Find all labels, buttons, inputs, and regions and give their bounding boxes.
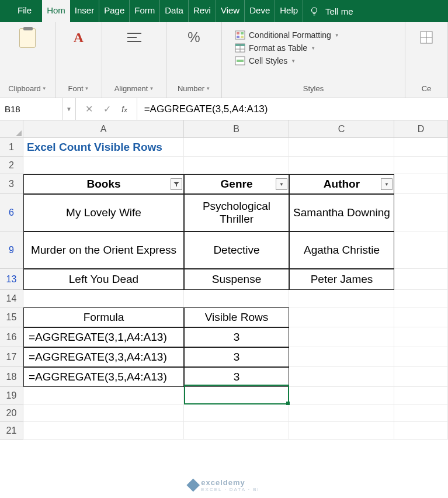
cell[interactable] xyxy=(184,422,289,440)
cell[interactable] xyxy=(394,367,448,387)
tab-formulas[interactable]: Form xyxy=(130,0,160,22)
cell[interactable] xyxy=(23,290,184,307)
cell[interactable] xyxy=(394,269,448,290)
tab-review[interactable]: Revi xyxy=(189,0,216,22)
column-header-a[interactable]: A xyxy=(23,120,184,138)
formula-header[interactable]: Formula xyxy=(23,307,184,327)
row-header[interactable]: 20 xyxy=(0,404,23,422)
cell-author[interactable]: Agatha Christie xyxy=(289,231,394,269)
tab-developer[interactable]: Deve xyxy=(245,0,275,22)
fx-icon[interactable]: fx xyxy=(121,104,127,114)
tab-help[interactable]: Help xyxy=(275,0,303,22)
cell[interactable] xyxy=(394,157,448,174)
row-header[interactable]: 6 xyxy=(0,194,23,231)
cell[interactable] xyxy=(289,157,394,174)
table-header-genre[interactable]: Genre xyxy=(184,174,289,194)
cell-result[interactable]: 3 xyxy=(184,367,289,387)
chevron-down-icon[interactable]: ▼ xyxy=(85,86,89,91)
chevron-down-icon[interactable]: ▼ xyxy=(149,86,154,91)
cell[interactable] xyxy=(184,157,289,174)
cell[interactable] xyxy=(289,327,394,347)
cell[interactable] xyxy=(184,387,289,404)
font-icon[interactable]: A xyxy=(70,28,88,47)
tab-page-layout[interactable]: Page xyxy=(99,0,130,22)
cell-result[interactable]: 3 xyxy=(184,327,289,347)
chevron-down-icon[interactable]: ▼ xyxy=(206,86,210,91)
cell[interactable] xyxy=(289,387,394,404)
cell-formula[interactable]: =AGGREGATE(3,3,A4:A13) xyxy=(23,347,184,367)
cell[interactable] xyxy=(289,404,394,422)
cell[interactable] xyxy=(23,422,184,440)
cell[interactable] xyxy=(23,404,184,422)
row-header[interactable]: 2 xyxy=(0,157,23,174)
cell[interactable] xyxy=(184,290,289,307)
cancel-icon[interactable]: ✕ xyxy=(85,103,93,115)
name-box[interactable]: B18 ▼ xyxy=(0,98,76,120)
select-all-button[interactable] xyxy=(0,120,23,138)
tab-home[interactable]: Hom xyxy=(42,0,70,22)
table-header-author[interactable]: Author xyxy=(289,174,394,194)
cell-author[interactable]: Samantha Downing xyxy=(289,194,394,231)
enter-icon[interactable]: ✓ xyxy=(103,103,111,115)
format-as-table-button[interactable]: Format as Table▼ xyxy=(232,42,394,54)
column-header-b[interactable]: B xyxy=(184,120,289,138)
row-header[interactable]: 3 xyxy=(0,174,23,194)
formula-input[interactable]: =AGGREGATE(3,5,A4:A13) xyxy=(137,98,448,120)
cell[interactable] xyxy=(394,387,448,404)
cell-book[interactable]: Left You Dead xyxy=(23,269,184,290)
tab-file[interactable]: File xyxy=(7,0,42,22)
cell[interactable] xyxy=(394,422,448,440)
row-header[interactable]: 15 xyxy=(0,307,23,327)
cell-result[interactable]: 3 xyxy=(184,347,289,367)
cell-styles-button[interactable]: Cell Styles▼ xyxy=(232,55,394,67)
chevron-down-icon[interactable]: ▼ xyxy=(42,86,47,91)
cell[interactable] xyxy=(394,138,448,157)
cell[interactable] xyxy=(289,290,394,307)
tell-me[interactable]: Tell me xyxy=(309,0,353,22)
cell-formula[interactable]: =AGGREGATE(3,5,A4:A13) xyxy=(23,367,184,387)
cell[interactable] xyxy=(289,422,394,440)
cell[interactable] xyxy=(184,404,289,422)
row-header[interactable]: 1 xyxy=(0,138,23,157)
sheet-title[interactable]: Excel Count Visible Rows xyxy=(23,138,184,157)
row-header[interactable]: 21 xyxy=(0,422,23,440)
paste-icon[interactable] xyxy=(19,28,36,48)
cell[interactable] xyxy=(394,290,448,307)
cell-genre[interactable]: Suspense xyxy=(184,269,289,290)
cell[interactable] xyxy=(394,194,448,231)
cell-formula[interactable]: =AGGREGATE(3,1,A4:A13) xyxy=(23,327,184,347)
filter-button-active[interactable] xyxy=(171,178,182,190)
column-header-c[interactable]: C xyxy=(289,120,394,138)
row-header[interactable]: 16 xyxy=(0,327,23,347)
cell[interactable] xyxy=(23,157,184,174)
cell[interactable] xyxy=(289,307,394,327)
cell[interactable] xyxy=(394,231,448,269)
conditional-formatting-button[interactable]: Conditional Formatting▼ xyxy=(232,29,394,41)
cell-author[interactable]: Peter James xyxy=(289,269,394,290)
cell[interactable] xyxy=(23,387,184,404)
row-header[interactable]: 14 xyxy=(0,290,23,307)
cell-genre[interactable]: Psychological Thriller xyxy=(184,194,289,231)
row-header[interactable]: 18 xyxy=(0,367,23,387)
filter-button[interactable] xyxy=(381,178,393,190)
cell-book[interactable]: My Lovely Wife xyxy=(23,194,184,231)
cell[interactable] xyxy=(289,367,394,387)
cell-genre[interactable]: Detective xyxy=(184,231,289,269)
column-header-d[interactable]: D xyxy=(394,120,448,138)
row-header[interactable]: 9 xyxy=(0,231,23,269)
tab-view[interactable]: View xyxy=(216,0,245,22)
table-header-books[interactable]: Books xyxy=(23,174,184,194)
cell[interactable] xyxy=(289,138,394,157)
cell[interactable] xyxy=(394,174,448,194)
filter-button[interactable] xyxy=(276,178,287,190)
row-header[interactable]: 19 xyxy=(0,387,23,404)
row-header[interactable]: 13 xyxy=(0,269,23,290)
cell-book[interactable]: Murder on the Orient Express xyxy=(23,231,184,269)
cell[interactable] xyxy=(394,347,448,367)
cell[interactable] xyxy=(184,138,289,157)
cell[interactable] xyxy=(394,404,448,422)
tab-insert[interactable]: Inser xyxy=(70,0,99,22)
tab-data[interactable]: Data xyxy=(160,0,189,22)
cells-icon[interactable] xyxy=(417,28,436,47)
cell[interactable] xyxy=(289,347,394,367)
